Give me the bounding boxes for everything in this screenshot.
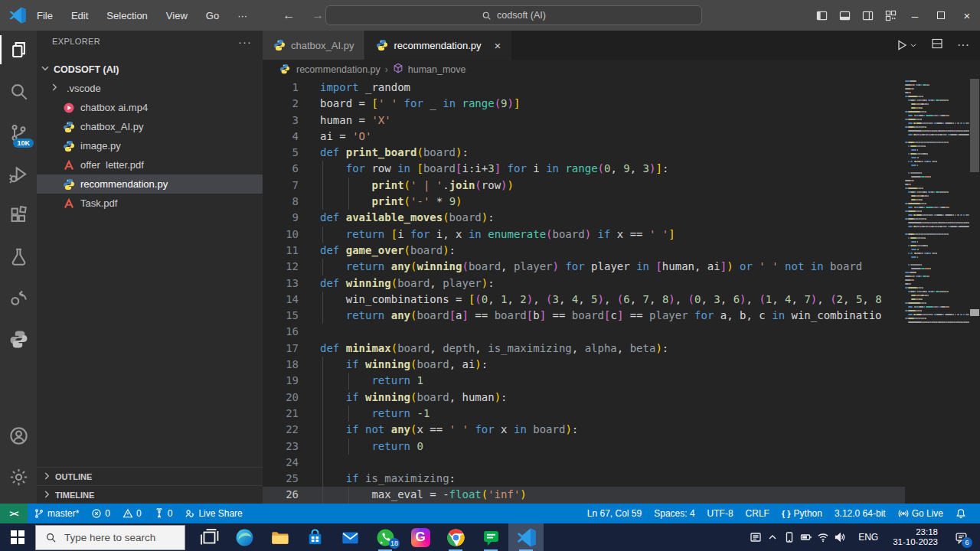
- tray-phone-icon[interactable]: [781, 523, 798, 551]
- activity-live-share-icon[interactable]: [0, 279, 37, 317]
- taskbar-whatsapp-icon[interactable]: 18: [368, 523, 403, 551]
- tray-news-icon[interactable]: [747, 523, 764, 551]
- notifications-button[interactable]: 6: [948, 523, 974, 551]
- code-line[interactable]: 19 return 1: [263, 373, 905, 389]
- taskbar-chat-icon[interactable]: [473, 523, 508, 551]
- tray-wifi-icon[interactable]: [815, 523, 831, 551]
- tab-chatbox_AI.py[interactable]: chatbox_AI.py: [263, 31, 364, 60]
- forward-arrow-icon[interactable]: →: [312, 8, 324, 22]
- code-line[interactable]: 7 print(' | '.join(row)): [263, 178, 905, 194]
- code-line[interactable]: 8 print('-' * 9): [263, 194, 905, 210]
- file-row[interactable]: .vscode: [37, 79, 263, 98]
- breadcrumb[interactable]: recommendation.py › human_move: [263, 60, 980, 79]
- workspace-folder-row[interactable]: CODSOFT (AI): [37, 60, 263, 79]
- code-editor[interactable]: 1import _random2board = [' ' for _ in ra…: [263, 79, 980, 504]
- status-spaces-4[interactable]: Spaces: 4: [648, 504, 701, 523]
- code-line[interactable]: 4ai = 'O': [263, 129, 905, 145]
- code-line[interactable]: 16: [263, 324, 905, 340]
- code-line[interactable]: 14 win_combinations = [(0, 1, 2), (3, 4,…: [263, 292, 905, 308]
- taskbar-edge-icon[interactable]: [227, 523, 262, 551]
- menu-edit[interactable]: Edit: [71, 10, 88, 21]
- scrollbar-thumb[interactable]: [970, 79, 979, 172]
- menu-file[interactable]: File: [37, 10, 53, 21]
- status-master-[interactable]: master*: [28, 504, 85, 523]
- code-line[interactable]: 5def print_board(board):: [263, 145, 905, 161]
- close-button[interactable]: ×: [954, 0, 980, 31]
- section-outline[interactable]: OUTLINE: [37, 467, 263, 485]
- section-timeline[interactable]: TIMELINE: [37, 485, 263, 504]
- menu-go[interactable]: Go: [206, 10, 219, 21]
- status-utf-8[interactable]: UTF-8: [701, 504, 740, 523]
- activity-testing-icon[interactable]: [0, 237, 37, 276]
- activity-search-icon[interactable]: [0, 72, 37, 110]
- code-line[interactable]: 9def available_moves(board):: [263, 210, 905, 226]
- code-line[interactable]: 20 if winning(board, human):: [263, 390, 905, 406]
- menu-[interactable]: ···: [237, 10, 247, 21]
- remote-indicator[interactable]: ><: [0, 504, 28, 523]
- run-button[interactable]: [896, 38, 917, 52]
- file-row[interactable]: recommendation.py: [37, 174, 263, 194]
- split-editor-button[interactable]: [931, 37, 943, 53]
- code-line[interactable]: 15 return any(board[a] == board[b] == bo…: [263, 308, 905, 324]
- code-line[interactable]: 18 if winning(board, ai):: [263, 357, 905, 373]
- breadcrumb-file[interactable]: recommendation.py: [296, 64, 381, 75]
- code-line[interactable]: 24: [263, 455, 905, 471]
- activity-extensions-icon[interactable]: [0, 196, 37, 234]
- activity-settings-icon[interactable]: [0, 458, 37, 496]
- code-line[interactable]: 12 return any(winning(board, player) for…: [263, 259, 905, 275]
- code-line[interactable]: 23 return 0: [263, 439, 905, 455]
- tray-battery-icon[interactable]: [798, 523, 815, 551]
- status-python[interactable]: { }Python: [776, 504, 828, 523]
- taskbar-g-app-icon[interactable]: G: [403, 523, 438, 551]
- tab-recommendation.py[interactable]: recommendation.py×: [365, 31, 511, 60]
- code-line[interactable]: 22 if not any(x == ' ' for x in board):: [263, 422, 905, 438]
- code-line[interactable]: 6 for row in [board[i:i+3] for i in rang…: [263, 161, 905, 177]
- editor-more-actions-icon[interactable]: ···: [957, 38, 969, 52]
- status-live-share[interactable]: Live Share: [178, 504, 248, 523]
- menu-selection[interactable]: Selection: [106, 10, 147, 21]
- activity-python-icon[interactable]: [0, 320, 37, 358]
- status-bell[interactable]: [949, 504, 975, 523]
- language-indicator[interactable]: ENG: [854, 532, 883, 543]
- code-line[interactable]: 10 return [i for i, x in enumerate(board…: [263, 227, 905, 243]
- taskbar-chrome-icon[interactable]: [438, 523, 473, 551]
- editor-scrollbar[interactable]: [969, 79, 980, 504]
- back-arrow-icon[interactable]: ←: [283, 8, 295, 22]
- customize-layout-icon[interactable]: [879, 0, 902, 31]
- status-0[interactable]: 0: [85, 504, 116, 523]
- toggle-panel-icon[interactable]: [833, 0, 856, 31]
- split-editor-icon[interactable]: [856, 0, 879, 31]
- taskbar-task-view-icon[interactable]: [191, 523, 227, 551]
- status-go-live[interactable]: Go Live: [892, 504, 949, 523]
- maximize-button[interactable]: [928, 0, 954, 31]
- taskbar-store-icon[interactable]: [297, 523, 332, 551]
- explorer-more-icon[interactable]: ···: [238, 35, 252, 48]
- code-line[interactable]: 25 if is_maximizing:: [263, 471, 905, 487]
- file-row[interactable]: chatbox ai.mp4: [37, 98, 263, 117]
- tray-chevron-up-icon[interactable]: [764, 523, 781, 551]
- activity-account-icon[interactable]: [0, 416, 37, 455]
- activity-run-debug-icon[interactable]: [0, 155, 37, 193]
- status-ln-67-col-59[interactable]: Ln 67, Col 59: [581, 504, 648, 523]
- code-line[interactable]: 21 return -1: [263, 406, 905, 422]
- activity-explorer-icon[interactable]: [0, 31, 37, 69]
- activity-source-control-icon[interactable]: 10K: [0, 113, 37, 152]
- file-row[interactable]: Task.pdf: [37, 194, 263, 213]
- start-button[interactable]: [0, 523, 35, 551]
- menu-view[interactable]: View: [166, 10, 188, 21]
- status-0[interactable]: 0: [148, 504, 179, 523]
- status-0[interactable]: 0: [116, 504, 148, 523]
- taskbar-search-input[interactable]: Type here to search: [35, 525, 185, 550]
- code-line[interactable]: 17def minimax(board, depth, is_maximizin…: [263, 341, 905, 357]
- toggle-sidebar-icon[interactable]: [810, 0, 833, 31]
- file-row[interactable]: offer letter.pdf: [37, 155, 263, 174]
- close-tab-icon[interactable]: ×: [495, 39, 501, 52]
- code-line[interactable]: 2board = [' ' for _ in range(9)]: [263, 96, 905, 112]
- code-line[interactable]: 26 max_eval = -float('inf'): [263, 487, 905, 503]
- tray-volume-icon[interactable]: [831, 523, 848, 551]
- taskbar-vscode-icon[interactable]: [508, 523, 544, 551]
- file-row[interactable]: chatbox_AI.py: [37, 117, 263, 136]
- status-3-12-0-64-bit[interactable]: 3.12.0 64-bit: [828, 504, 892, 523]
- code-line[interactable]: 3human = 'X': [263, 112, 905, 129]
- clock[interactable]: 23:18 31-10-2023: [888, 527, 942, 547]
